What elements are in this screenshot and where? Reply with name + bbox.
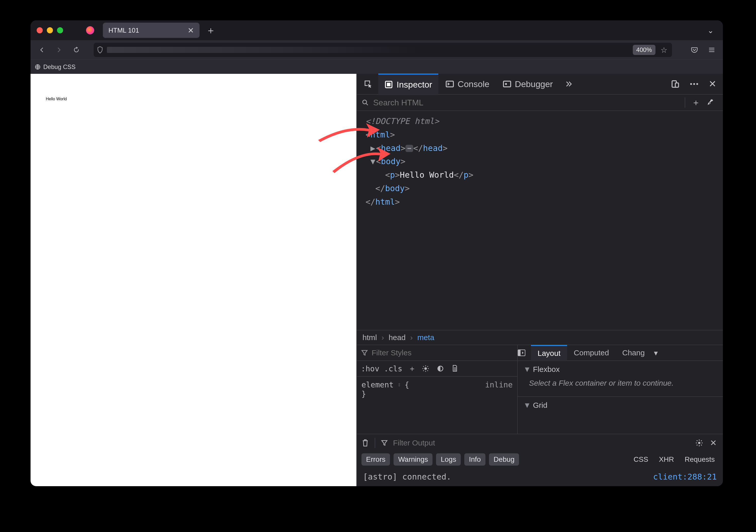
chevron-down-icon[interactable]: ▾ [651,349,660,358]
flexbox-header[interactable]: Flexbox [533,365,560,373]
close-tab-icon[interactable]: ✕ [186,26,196,35]
pocket-icon[interactable] [687,43,702,57]
styles-panel: :hov .cls ＋ [357,345,518,434]
filter-output-input[interactable] [393,439,690,447]
styles-layout-split: :hov .cls ＋ [357,345,723,434]
funnel-icon [361,349,368,356]
console-log-line: [astro] connected. client:288:21 [357,467,723,486]
fullscreen-window-button[interactable] [57,27,63,33]
svg-rect-7 [675,83,679,87]
chip-info[interactable]: Info [464,453,485,466]
trash-icon[interactable] [362,439,369,447]
add-node-icon[interactable]: ＋ [690,97,702,108]
ellipsis-icon[interactable]: ⋯ [405,145,413,152]
svg-rect-2 [387,83,391,86]
layout-tab-changes[interactable]: Chang [616,345,651,361]
back-button[interactable] [35,43,49,57]
filter-xhr[interactable]: XHR [656,454,678,465]
flexbox-section: ▼Flexbox Select a Flex container or item… [518,361,723,396]
layout-tab-computed[interactable]: Computed [567,345,615,361]
style-rule[interactable]: element ⦂ { } inline [357,377,517,434]
tabs-overflow-icon[interactable]: ⌄ [702,26,719,35]
chevron-right-icon: › [382,333,384,342]
browser-tab[interactable]: HTML 101 ✕ [103,23,200,38]
svg-point-10 [696,83,698,85]
bookmark-item[interactable]: Debug CSS [43,64,76,70]
dom-breadcrumb[interactable]: html › head › meta [357,330,723,345]
app-menu-icon[interactable] [705,43,719,57]
url-text-blurred [107,47,629,53]
devtools-tabbar: Inspector Console Debugger [357,74,723,95]
zoom-badge[interactable]: 400% [633,45,656,55]
devtools-menu-icon[interactable] [685,73,703,94]
tab-debugger[interactable]: Debugger [497,73,559,94]
page-heading: Hello World [46,97,341,101]
filter-styles-input[interactable] [372,349,513,357]
tabs-overflow-icon[interactable] [560,73,578,94]
dark-mode-icon[interactable] [437,365,447,372]
tab-console-label: Console [458,79,490,89]
close-devtools-icon[interactable]: ✕ [704,73,721,94]
log-filter-chips: Errors Warnings Logs Info Debug CSS XHR … [357,452,723,467]
bookmark-star-icon[interactable]: ☆ [659,45,669,54]
tab-title: HTML 101 [108,26,139,34]
debugger-icon [503,80,511,88]
console-drawer: ✕ Errors Warnings Logs Info Debug CSS XH… [357,434,723,486]
console-toolbar: ✕ [357,434,723,452]
responsive-mode-icon[interactable] [666,73,684,94]
tab-inspector[interactable]: Inspector [378,73,438,94]
chip-errors[interactable]: Errors [362,453,390,466]
crumb-html[interactable]: html [363,333,377,342]
filter-requests[interactable]: Requests [681,454,718,465]
svg-rect-15 [518,350,521,356]
window-controls [37,27,63,33]
tab-console[interactable]: Console [439,73,496,94]
separator [375,438,375,448]
grid-section: ▼Grid [518,396,723,416]
url-bar[interactable]: 400% ☆ [94,43,672,57]
search-icon [362,99,369,106]
separator [685,97,685,108]
chip-warnings[interactable]: Warnings [393,453,432,466]
new-tab-button[interactable]: ＋ [204,24,217,37]
crumb-meta[interactable]: meta [417,333,434,342]
hov-toggle[interactable]: :hov [361,364,379,373]
rendered-page: Hello World [31,74,356,486]
svg-point-9 [693,83,695,85]
filter-css[interactable]: CSS [630,454,652,465]
eyedropper-icon[interactable] [706,99,718,106]
minimize-window-button[interactable] [47,27,53,33]
cls-toggle[interactable]: .cls [384,364,402,373]
log-message: [astro] connected. [363,472,451,482]
close-drawer-icon[interactable]: ✕ [708,438,718,448]
inspector-icon [384,80,393,89]
crumb-head[interactable]: head [389,333,406,342]
grid-header[interactable]: Grid [533,401,548,409]
chip-logs[interactable]: Logs [436,453,461,466]
print-media-icon[interactable] [451,365,462,372]
firefox-icon [86,26,94,34]
tracking-shield-icon[interactable] [97,46,103,54]
reload-button[interactable] [69,43,84,57]
html-search-input[interactable] [373,98,680,107]
pick-element-icon[interactable] [359,73,377,94]
close-window-button[interactable] [37,27,43,33]
browser-window: HTML 101 ✕ ＋ ⌄ 400% [31,20,723,486]
flexbox-hint: Select a Flex container or item to conti… [523,376,717,392]
filter-styles-row [357,345,517,361]
dom-tree[interactable]: <!DOCTYPE html> <html> ▶<head>⋯</head> ▼… [357,111,723,330]
tab-inspector-label: Inspector [396,80,432,90]
styles-toolbar: :hov .cls ＋ [357,361,517,377]
funnel-icon [381,439,388,446]
devtools-panel: Inspector Console Debugger [356,74,723,486]
svg-rect-4 [503,81,510,87]
svg-point-16 [698,442,700,444]
chip-debug[interactable]: Debug [489,453,519,466]
add-rule-icon[interactable]: ＋ [407,363,417,374]
layout-tab-layout[interactable]: Layout [531,345,567,361]
sidebar-toggle-icon[interactable] [518,350,531,356]
light-mode-icon[interactable] [422,365,432,372]
console-settings-icon[interactable] [695,439,703,447]
forward-button[interactable] [52,43,66,57]
globe-icon [35,64,41,70]
